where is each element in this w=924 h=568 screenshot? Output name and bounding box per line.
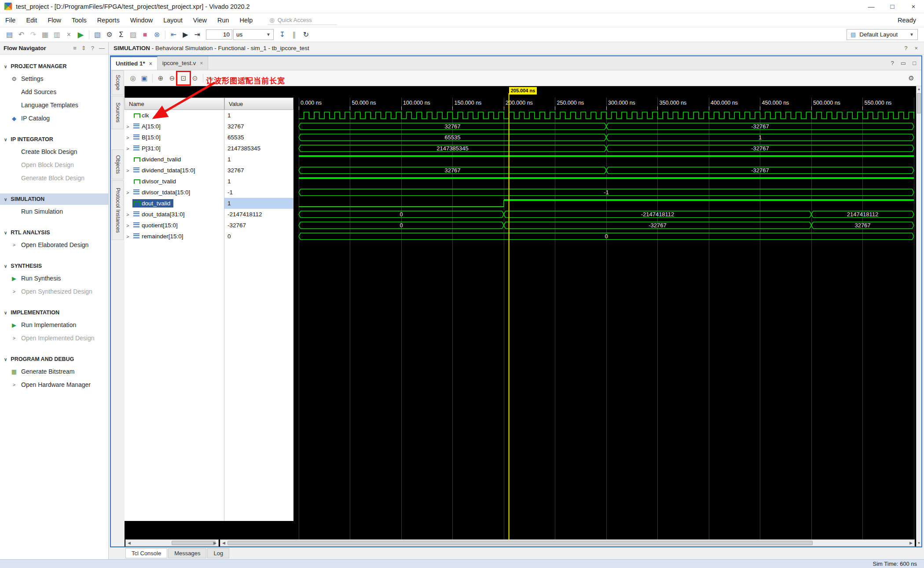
help-icon[interactable]: ? <box>91 45 94 51</box>
scroll-left-icon[interactable]: ◀ <box>126 540 132 546</box>
name-column-header[interactable]: Name <box>125 98 224 110</box>
probe-icon[interactable]: ⊗ <box>151 29 163 40</box>
maximize-button[interactable]: □ <box>882 0 903 13</box>
scrollbar-thumb[interactable] <box>227 541 813 545</box>
editor-tab-untitled-1-[interactable]: Untitled 1*× <box>111 56 158 70</box>
flow-item-open-hardware-manager[interactable]: >Open Hardware Manager <box>0 378 108 391</box>
flow-item-language-templates[interactable]: Language Templates <box>0 98 108 112</box>
menu-reports[interactable]: Reports <box>92 17 125 24</box>
find-icon[interactable]: ◎ <box>127 73 139 84</box>
expand-chevron-icon[interactable]: > <box>126 234 132 239</box>
signal-row-name[interactable]: divisor_tvalid <box>125 176 224 187</box>
sum-icon[interactable]: Σ <box>115 29 127 40</box>
highlight-icon[interactable]: ▨ <box>127 29 139 40</box>
run-icon[interactable]: ▶ <box>75 29 87 40</box>
delete-icon[interactable]: × <box>63 29 75 40</box>
copy-icon[interactable]: ▦ <box>39 29 51 40</box>
signal-row-value[interactable]: 1 <box>224 198 293 209</box>
minimize-button[interactable]: — <box>861 0 882 13</box>
side-tab-protocol-instances[interactable]: Protocol Instances <box>112 180 124 240</box>
waveform-canvas[interactable]: 0.000 ns50.000 ns100.000 ns150.000 ns200… <box>293 86 916 539</box>
scrollbar-thumb[interactable] <box>172 541 216 545</box>
time-unit-select[interactable]: us ▼ <box>233 29 274 40</box>
settings-gear-icon[interactable]: ⚙ <box>103 29 115 40</box>
minimize-icon[interactable]: — <box>99 45 105 51</box>
flow-section-title[interactable]: ∨IMPLEMENTATION <box>0 307 108 318</box>
quick-access-search[interactable]: ◎ Quick Access <box>268 15 337 25</box>
step-icon[interactable]: ↧ <box>276 29 288 40</box>
signal-row-name[interactable]: >dout_tdata[31:0] <box>125 209 224 220</box>
relaunch-icon[interactable]: ↻ <box>300 29 312 40</box>
report-icon[interactable]: ▧ <box>92 29 103 40</box>
side-tab-sources[interactable]: Sources <box>112 96 124 129</box>
flow-item-run-implementation[interactable]: ▶Run Implementation <box>0 318 108 331</box>
flow-section-title[interactable]: ∨SYNTHESIS <box>0 260 108 272</box>
signal-row-name[interactable]: >B[15:0] <box>125 132 224 143</box>
signal-row-name[interactable]: >dividend_tdata[15:0] <box>125 165 224 176</box>
menu-view[interactable]: View <box>188 17 212 24</box>
scrollbar-thumb[interactable] <box>917 93 921 113</box>
wave-horizontal-scrollbar[interactable]: ◀ ▶ <box>220 539 915 546</box>
zoom-fit-icon[interactable]: ⊡ <box>178 73 189 84</box>
flow-item-run-synthesis[interactable]: ▶Run Synthesis <box>0 272 108 285</box>
eraser-icon[interactable]: ■ <box>139 29 151 40</box>
bottom-tab-messages[interactable]: Messages <box>168 548 206 558</box>
run-for-icon[interactable]: ⇥ <box>191 29 203 40</box>
flow-item-settings[interactable]: ⚙Settings <box>0 72 108 85</box>
break-icon[interactable]: ∥ <box>288 29 300 40</box>
flow-item-open-elaborated-design[interactable]: >Open Elaborated Design <box>0 238 108 251</box>
signal-row-value[interactable]: 65535 <box>224 132 293 143</box>
undo-icon[interactable]: ↶ <box>15 29 27 40</box>
flow-item-run-simulation[interactable]: Run Simulation <box>0 205 108 218</box>
zoom-out-icon[interactable]: ⊖ <box>166 73 178 84</box>
menu-flow[interactable]: Flow <box>42 17 66 24</box>
open-recent-icon[interactable]: ▤ <box>4 29 15 40</box>
signal-row-value[interactable]: -2147418112 <box>224 209 293 220</box>
signal-row-value[interactable]: -32767 <box>224 220 293 231</box>
scroll-down-icon[interactable]: ▼ <box>917 540 921 546</box>
signal-row-name[interactable]: dividend_tvalid <box>125 154 224 165</box>
signal-row-name[interactable]: >A[15:0] <box>125 121 224 132</box>
signal-row-value[interactable]: 1 <box>224 176 293 187</box>
signal-row-value[interactable]: 1 <box>224 110 293 121</box>
cursor-time-label[interactable]: 205.004 ns <box>509 87 537 95</box>
close-icon[interactable]: × <box>200 60 203 66</box>
menu-tools[interactable]: Tools <box>66 17 92 24</box>
signal-row-name[interactable]: dout_tvalid <box>125 198 224 209</box>
save-waveform-icon[interactable]: ▣ <box>139 73 150 84</box>
menu-edit[interactable]: Edit <box>21 17 42 24</box>
expand-chevron-icon[interactable]: > <box>126 168 132 173</box>
value-column-header[interactable]: Value <box>224 98 293 110</box>
scroll-up-icon[interactable]: ▲ <box>917 86 921 92</box>
menu-help[interactable]: Help <box>235 17 258 24</box>
flow-item-generate-bitstream[interactable]: ▦Generate Bitstream <box>0 365 108 378</box>
signal-row-name[interactable]: >P[31:0] <box>125 143 224 154</box>
flow-section-title[interactable]: ∨PROJECT MANAGER <box>0 61 108 72</box>
side-tab-scope[interactable]: Scope <box>112 70 124 95</box>
flow-item-ip-catalog[interactable]: ◆IP Catalog <box>0 112 108 125</box>
zoom-to-cursor-icon[interactable]: ⊙ <box>189 73 201 84</box>
signal-row-value[interactable]: 32767 <box>224 165 293 176</box>
expand-chevron-icon[interactable]: > <box>126 135 132 140</box>
layout-select[interactable]: ▤ Default Layout ▼ <box>847 29 918 40</box>
expand-icon[interactable]: ⇕ <box>81 45 86 51</box>
expand-chevron-icon[interactable]: > <box>126 190 132 195</box>
close-icon[interactable]: × <box>914 45 918 51</box>
help-icon[interactable]: ? <box>891 60 894 66</box>
signal-row-name[interactable]: clk <box>125 110 224 121</box>
name-horizontal-scrollbar[interactable]: ◀ ▶ <box>125 539 219 546</box>
signal-row-value[interactable]: 2147385345 <box>224 143 293 154</box>
flow-item-create-block-design[interactable]: Create Block Design <box>0 145 108 158</box>
editor-tab-ipcore-test-v[interactable]: ipcore_test.v× <box>158 56 209 70</box>
signal-row-value[interactable]: -1 <box>224 187 293 198</box>
restart-icon[interactable]: ⇤ <box>168 29 180 40</box>
signal-row-value[interactable]: 32767 <box>224 121 293 132</box>
flow-section-title[interactable]: ∨IP INTEGRATOR <box>0 134 108 145</box>
maximize-icon[interactable]: □ <box>913 60 916 66</box>
side-tab-objects[interactable]: Objects <box>112 149 124 179</box>
signal-row-name[interactable]: >remainder[15:0] <box>125 231 224 242</box>
bottom-tab-log[interactable]: Log <box>207 548 229 558</box>
expand-chevron-icon[interactable]: > <box>126 223 132 228</box>
signal-row-name[interactable]: >quotient[15:0] <box>125 220 224 231</box>
scroll-right-icon[interactable]: ▶ <box>212 540 218 546</box>
